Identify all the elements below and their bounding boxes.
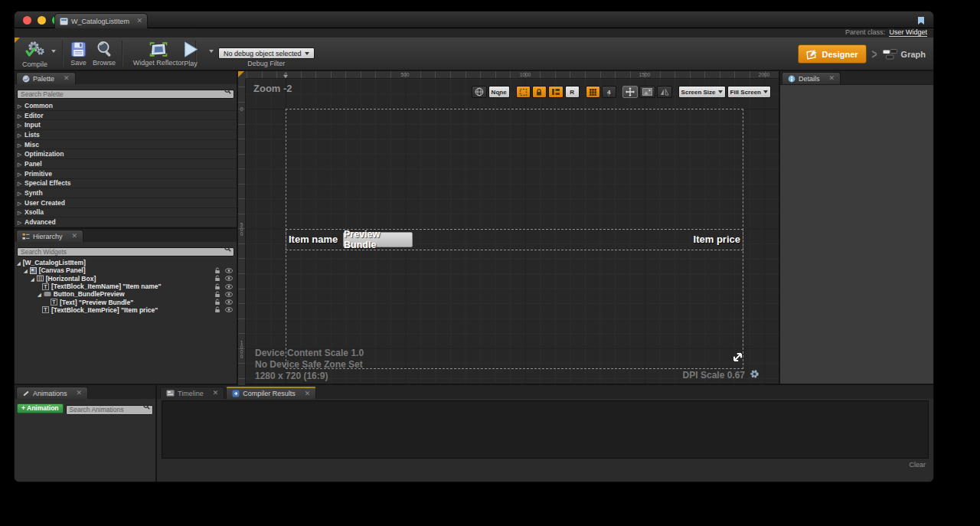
palette-category[interactable]: Optimization (15, 149, 237, 159)
expander-icon[interactable] (17, 259, 21, 266)
expander-icon[interactable] (18, 112, 21, 119)
transform-mode-button[interactable] (622, 86, 638, 98)
designer-mode-button[interactable]: Designer (798, 44, 867, 64)
flag-dropdown-button[interactable]: None (488, 86, 510, 98)
palette-search-input[interactable] (17, 90, 234, 99)
palette-category[interactable]: Xsolla (15, 208, 237, 218)
compile-options-caret[interactable] (51, 50, 56, 53)
expander-icon[interactable] (18, 199, 21, 207)
tab-compiler-results[interactable]: Compiler Results ✕ (226, 387, 316, 399)
eye-icon[interactable] (225, 299, 233, 305)
close-window-button[interactable] (23, 16, 31, 25)
preview-background-button[interactable] (639, 86, 655, 98)
localization-preview-button[interactable] (472, 86, 487, 98)
clear-log-button[interactable]: Clear (909, 461, 926, 469)
fill-screen-dropdown[interactable]: Fill Screen (727, 86, 771, 98)
designer-viewport[interactable]: Zoom -2 None R (246, 79, 779, 385)
expander-icon[interactable] (18, 160, 21, 168)
palette-category[interactable]: Primitive (15, 169, 237, 179)
grid-snap-toggle-button[interactable] (586, 86, 600, 98)
palette-category[interactable]: Panel (15, 159, 237, 169)
widget-reflector-button[interactable]: Widget Reflector (128, 41, 189, 67)
hierarchy-row-textblock-itemprice[interactable]: [TextBlock_ItemPrice] "Item price" (15, 306, 237, 314)
close-icon[interactable]: ✕ (829, 75, 835, 82)
resize-handle-icon[interactable] (731, 351, 744, 364)
palette-category[interactable]: Common (15, 101, 237, 111)
eye-icon[interactable] (225, 276, 233, 281)
close-icon[interactable]: ✕ (136, 18, 142, 25)
lock-icon[interactable] (214, 291, 220, 298)
lock-icon[interactable] (214, 299, 220, 305)
tab-hierarchy[interactable]: Hierarchy ✕ (16, 230, 83, 242)
hierarchy-row-root[interactable]: [W_CatalogListItem] (15, 259, 237, 266)
expander-icon[interactable] (18, 170, 21, 178)
play-button[interactable]: Play (181, 40, 200, 67)
tab-details[interactable]: Details ✕ (782, 72, 841, 84)
expander-icon[interactable] (38, 290, 41, 298)
close-icon[interactable]: ✕ (72, 233, 78, 240)
expander-icon[interactable] (18, 150, 21, 158)
close-icon[interactable]: ✕ (305, 390, 311, 397)
hierarchy-row-canvas-panel[interactable]: [Canvas Panel] (15, 266, 237, 274)
asset-tab[interactable]: W_CatalogListItem ✕ (54, 13, 148, 28)
compile-button[interactable]: Compile (22, 40, 47, 68)
palette-category[interactable]: Special Effects (15, 179, 237, 189)
add-animation-button[interactable]: + Animation (17, 403, 64, 413)
tab-timeline[interactable]: Timeline ✕ (160, 387, 224, 399)
canvas-item-name-text[interactable]: Item name (289, 234, 338, 245)
eye-icon[interactable] (225, 284, 233, 289)
expander-icon[interactable] (18, 131, 21, 139)
hierarchy-row-textblock-itemname[interactable]: [TextBlock_ItemName] "Item name" (15, 283, 237, 290)
palette-category[interactable]: Misc (15, 140, 237, 150)
outline-toggle-button[interactable] (516, 86, 531, 98)
palette-category[interactable]: Editor (15, 111, 237, 121)
palette-category[interactable]: Synth (15, 188, 237, 198)
debug-object-dropdown[interactable]: No debug object selected (218, 47, 315, 59)
play-options-caret[interactable] (209, 50, 214, 53)
palette-category[interactable]: Input (15, 120, 237, 130)
close-icon[interactable]: ✕ (64, 75, 70, 82)
expander-icon[interactable] (18, 189, 21, 197)
horizontal-box-outline[interactable]: Item name Preview Bundle Item price (286, 229, 743, 250)
tab-animations[interactable]: Animations ✕ (16, 387, 88, 399)
screen-size-dropdown[interactable]: Screen Size (678, 86, 726, 98)
graph-mode-button[interactable]: Graph (883, 49, 926, 60)
expander-icon[interactable] (18, 141, 21, 149)
fill-rules-button[interactable] (548, 86, 564, 98)
minimize-window-button[interactable] (38, 16, 46, 25)
canvas-item-price-text[interactable]: Item price (694, 234, 740, 245)
eye-icon[interactable] (225, 268, 233, 273)
flip-direction-button[interactable] (657, 86, 672, 98)
expander-icon[interactable] (18, 121, 21, 129)
expander-icon[interactable] (24, 266, 28, 274)
eye-icon[interactable] (225, 292, 233, 297)
expander-icon[interactable] (18, 102, 21, 109)
lock-icon[interactable] (214, 283, 220, 290)
lock-icon[interactable] (214, 267, 220, 274)
eye-icon[interactable] (225, 307, 233, 312)
browse-button[interactable]: Browse (93, 40, 116, 67)
palette-category[interactable]: Advanced (15, 217, 237, 227)
rotation-mode-button[interactable]: R (565, 86, 580, 98)
lock-icon[interactable] (214, 275, 220, 282)
expander-icon[interactable] (18, 179, 21, 187)
save-button[interactable]: Save (70, 41, 87, 67)
compiler-log-area[interactable] (162, 400, 929, 459)
palette-category[interactable]: Lists (15, 130, 237, 140)
close-icon[interactable]: ✕ (77, 390, 83, 397)
bookmark-icon[interactable] (916, 15, 926, 28)
dpi-settings-gear-icon[interactable] (750, 369, 760, 379)
expander-icon[interactable] (31, 275, 34, 283)
animations-search-input[interactable] (66, 405, 153, 415)
lock-icon[interactable] (214, 306, 220, 313)
tab-palette[interactable]: Palette ✕ (16, 72, 76, 84)
close-icon[interactable]: ✕ (213, 390, 219, 397)
hierarchy-row-text-preview-bundle[interactable]: [Text] "Preview Bundle" (15, 298, 237, 305)
hierarchy-search-input[interactable] (17, 247, 234, 256)
palette-category[interactable]: User Created (15, 198, 237, 208)
expander-icon[interactable] (18, 218, 21, 226)
grid-snap-size-button[interactable]: 4 (602, 86, 616, 98)
expander-icon[interactable] (18, 208, 21, 216)
hierarchy-row-button-bundlepreview[interactable]: Button_BundlePreview (15, 290, 237, 298)
hierarchy-row-horizontal-box[interactable]: [Horizontal Box] (15, 275, 237, 283)
